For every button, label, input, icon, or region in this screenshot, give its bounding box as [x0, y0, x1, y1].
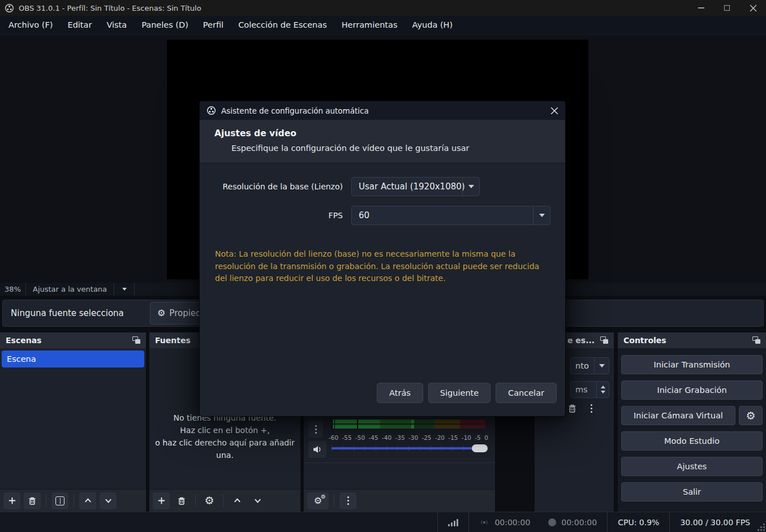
- network-status: [437, 512, 468, 532]
- obs-logo-icon: [206, 106, 216, 115]
- menu-editar[interactable]: Editar: [60, 16, 99, 34]
- obs-logo-icon: [5, 3, 14, 13]
- scale-tick: -25: [421, 434, 431, 441]
- filters-icon: [55, 496, 64, 505]
- resize-grip[interactable]: [758, 524, 765, 531]
- kebab-menu-icon: [315, 425, 317, 434]
- empty-line: o haz clic derecho aquí para añadir: [149, 436, 300, 449]
- controls-panel-title: Controles: [623, 336, 666, 345]
- kebab-menu-icon: [347, 496, 349, 505]
- popout-icon[interactable]: [600, 336, 609, 344]
- menu-herramientas[interactable]: Herramientas: [334, 16, 405, 34]
- dialog-subtitle: Especifique la configuración de vídeo qu…: [231, 144, 550, 153]
- source-move-down-button[interactable]: [249, 492, 266, 509]
- spinner-buttons[interactable]: [596, 382, 609, 397]
- chevron-down-icon: [122, 288, 127, 291]
- menu-paneles[interactable]: Paneles (D): [134, 16, 196, 34]
- dialog-close-button[interactable]: [550, 107, 558, 115]
- plus-icon: [8, 496, 16, 505]
- popout-icon[interactable]: [752, 336, 761, 344]
- mute-button[interactable]: [308, 441, 326, 458]
- virtual-camera-settings-button[interactable]: ⚙: [739, 406, 763, 425]
- sources-panel-title: Fuentes: [155, 336, 191, 345]
- slider-handle[interactable]: [472, 444, 488, 452]
- transition-duration-spinner[interactable]: ms: [570, 381, 609, 398]
- menu-perfil[interactable]: Perfil: [196, 16, 231, 34]
- menu-coleccion-escenas[interactable]: Colección de Escenas: [231, 16, 334, 34]
- dropdown-arrow: [533, 206, 550, 224]
- spinner-down-icon: [601, 391, 605, 393]
- mixer-toolbar: ⚙ ⚙: [304, 489, 495, 512]
- scale-tick: -40: [382, 434, 391, 441]
- popout-icon[interactable]: [132, 336, 141, 344]
- remove-source-button[interactable]: [173, 492, 190, 509]
- remove-scene-button[interactable]: [24, 492, 41, 509]
- scene-move-down-button[interactable]: [100, 492, 117, 509]
- scene-list-item[interactable]: Escena: [2, 351, 144, 367]
- fps-label: FPS: [213, 206, 343, 225]
- exit-button[interactable]: Salir: [621, 482, 763, 501]
- scene-filters-button[interactable]: [51, 492, 68, 509]
- menu-bar: Archivo (F) Editar Vista Paneles (D) Per…: [0, 16, 766, 35]
- dialog-heading: Ajustes de vídeo: [214, 128, 550, 139]
- studio-mode-button[interactable]: Modo Estudio: [621, 431, 763, 451]
- minimize-button[interactable]: [688, 0, 714, 16]
- transition-select[interactable]: nto: [570, 357, 609, 374]
- chevron-down-icon: [253, 496, 262, 505]
- cancel-button[interactable]: Cancelar: [496, 383, 557, 403]
- menu-ayuda[interactable]: Ayuda (H): [404, 16, 460, 34]
- dialog-title: Asistente de configuración automática: [221, 106, 369, 115]
- trash-icon[interactable]: [567, 404, 577, 413]
- fit-mode-dropdown[interactable]: [114, 283, 135, 296]
- add-source-button[interactable]: [153, 492, 170, 509]
- scale-tick: -20: [435, 434, 445, 441]
- mixer-source-menu-button[interactable]: [308, 421, 323, 438]
- menu-archivo[interactable]: Archivo (F): [1, 16, 60, 34]
- next-button[interactable]: Siguiente: [428, 383, 490, 403]
- fit-mode-label[interactable]: Ajustar a la ventana: [26, 283, 114, 296]
- start-streaming-button[interactable]: Iniciar Transmisión: [621, 355, 763, 374]
- window-titlebar: OBS 31.0.1 - Perfíl: Sin Título - Escena…: [0, 0, 766, 16]
- gear-icon: ⚙: [746, 410, 755, 421]
- scale-tick: -35: [395, 434, 404, 441]
- window-title: OBS 31.0.1 - Perfíl: Sin Título - Escena…: [19, 4, 201, 12]
- mixer-settings-button[interactable]: ⚙ ⚙: [307, 492, 329, 509]
- zoom-level: 38%: [0, 283, 26, 296]
- record-timer: 00:00:00: [561, 518, 597, 527]
- cpu-usage: CPU: 0.9%: [607, 512, 669, 532]
- scale-tick: 0: [484, 434, 488, 441]
- close-icon: [750, 5, 757, 12]
- plus-icon: [157, 496, 166, 505]
- obs-main-window: OBS 31.0.1 - Perfíl: Sin Título - Escena…: [0, 0, 766, 532]
- resolution-select[interactable]: Usar Actual (1920x1080): [351, 177, 480, 196]
- chevron-up-icon: [233, 496, 242, 505]
- controls-panel-header: Controles: [618, 332, 766, 348]
- stream-timer: 00:00:00: [494, 518, 530, 527]
- dialog-titlebar: Asistente de configuración automática: [200, 101, 565, 120]
- fps-select[interactable]: 60: [351, 206, 550, 225]
- fps-value: 60: [359, 206, 369, 224]
- transitions-panel-title: e es...: [567, 336, 595, 345]
- settings-button[interactable]: Ajustes: [621, 457, 763, 476]
- kebab-menu-icon[interactable]: [591, 404, 592, 413]
- source-properties-button[interactable]: ⚙: [201, 492, 218, 509]
- back-button[interactable]: Atrás: [377, 383, 423, 403]
- duration-unit: ms: [575, 382, 588, 397]
- scale-tick: -50: [355, 434, 365, 441]
- auto-config-wizard-dialog: Asistente de configuración automática Aj…: [199, 101, 566, 417]
- start-recording-button[interactable]: Iniciar Grabación: [621, 380, 763, 400]
- source-move-up-button[interactable]: [229, 492, 246, 509]
- chevron-up-icon: [84, 496, 92, 505]
- close-button[interactable]: [740, 0, 766, 16]
- empty-line: Haz clic en el botón +,: [149, 424, 300, 436]
- scale-tick: -55: [342, 434, 351, 441]
- add-scene-button[interactable]: [3, 492, 20, 509]
- scene-move-up-button[interactable]: [79, 492, 96, 509]
- menu-vista[interactable]: Vista: [99, 16, 134, 34]
- scale-tick: -5: [475, 434, 480, 441]
- start-virtual-camera-button[interactable]: Iniciar Cámara Virtual: [621, 406, 735, 425]
- maximize-button[interactable]: [714, 0, 740, 16]
- mixer-menu-button[interactable]: [339, 492, 356, 509]
- timers-segment: 00:00:00 00:00:00: [468, 512, 607, 532]
- volume-slider[interactable]: [332, 444, 485, 452]
